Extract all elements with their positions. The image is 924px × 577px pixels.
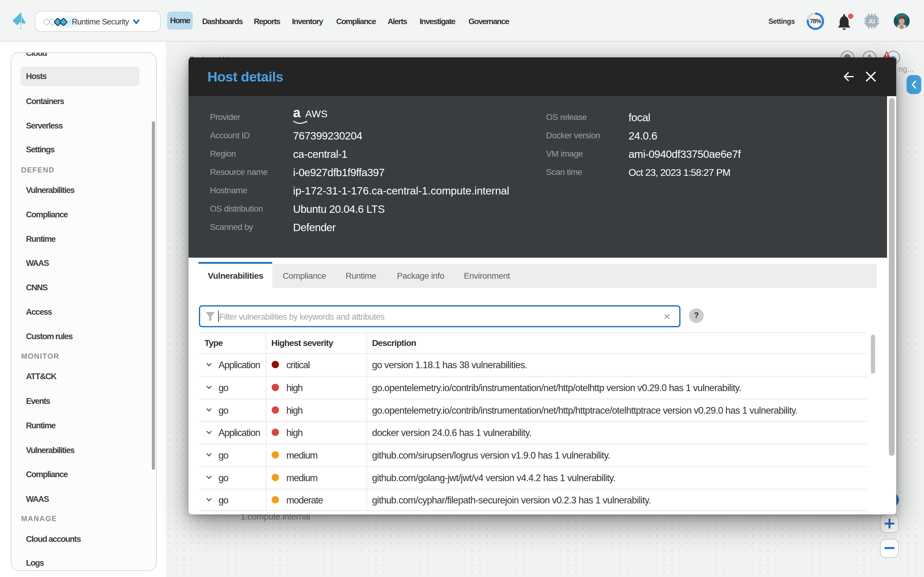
svg-text:AI: AI <box>869 18 875 25</box>
